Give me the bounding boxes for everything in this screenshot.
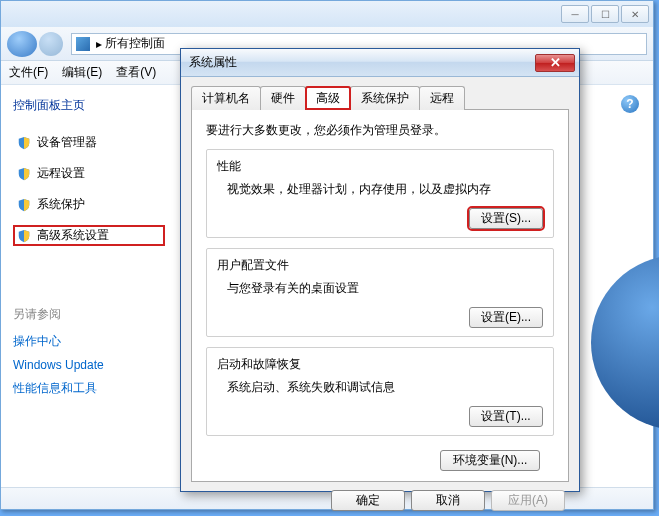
seealso-header: 另请参阅 — [13, 306, 165, 323]
performance-title: 性能 — [217, 158, 543, 175]
performance-group: 性能 视觉效果，处理器计划，内存使用，以及虚拟内存 设置(S)... — [206, 149, 554, 238]
environment-variables-button[interactable]: 环境变量(N)... — [440, 450, 540, 471]
startup-recovery-group: 启动和故障恢复 系统启动、系统失败和调试信息 设置(T)... — [206, 347, 554, 436]
sidebar-item-label: 设备管理器 — [37, 134, 97, 151]
admin-notice: 要进行大多数更改，您必须作为管理员登录。 — [206, 122, 554, 139]
shield-icon — [17, 198, 31, 212]
back-button[interactable] — [7, 31, 37, 57]
address-text: 所有控制面 — [105, 35, 165, 52]
sidebar-item-label: 系统保护 — [37, 196, 85, 213]
user-profile-settings-button[interactable]: 设置(E)... — [469, 307, 543, 328]
dialog-title: 系统属性 — [189, 54, 535, 71]
seealso-action-center[interactable]: 操作中心 — [13, 333, 165, 350]
tab-advanced[interactable]: 高级 — [305, 86, 351, 110]
shield-icon — [17, 136, 31, 150]
help-icon[interactable]: ? — [621, 95, 639, 113]
sidebar-item-label: 远程设置 — [37, 165, 85, 182]
sidebar-title[interactable]: 控制面板主页 — [13, 97, 165, 114]
startup-recovery-desc: 系统启动、系统失败和调试信息 — [227, 379, 543, 396]
tab-computer-name[interactable]: 计算机名 — [191, 86, 261, 110]
menu-view[interactable]: 查看(V) — [116, 64, 156, 81]
sidebar-item-advanced-system-settings[interactable]: 高级系统设置 — [13, 225, 165, 246]
maximize-button[interactable]: ☐ — [591, 5, 619, 23]
minimize-button[interactable]: ─ — [561, 5, 589, 23]
forward-button[interactable] — [39, 32, 63, 56]
cancel-button[interactable]: 取消 — [411, 490, 485, 511]
startup-recovery-title: 启动和故障恢复 — [217, 356, 543, 373]
performance-settings-button[interactable]: 设置(S)... — [469, 208, 543, 229]
dialog-close-button[interactable]: ✕ — [535, 54, 575, 72]
apply-button[interactable]: 应用(A) — [491, 490, 565, 511]
shield-icon — [17, 167, 31, 181]
control-panel-icon — [76, 37, 90, 51]
startup-recovery-settings-button[interactable]: 设置(T)... — [469, 406, 543, 427]
tab-hardware[interactable]: 硬件 — [260, 86, 306, 110]
sidebar: 控制面板主页 设备管理器 远程设置 系统保护 高级系统设置 另请参阅 操作中心 … — [1, 85, 165, 487]
sidebar-item-label: 高级系统设置 — [37, 227, 109, 244]
seealso-windows-update[interactable]: Windows Update — [13, 358, 165, 372]
system-properties-dialog: 系统属性 ✕ 计算机名 硬件 高级 系统保护 远程 要进行大多数更改，您必须作为… — [180, 48, 580, 492]
tab-panel-advanced: 要进行大多数更改，您必须作为管理员登录。 性能 视觉效果，处理器计划，内存使用，… — [191, 109, 569, 482]
dialog-buttons: 确定 取消 应用(A) — [191, 482, 569, 511]
shield-icon — [17, 229, 31, 243]
menu-file[interactable]: 文件(F) — [9, 64, 48, 81]
performance-desc: 视觉效果，处理器计划，内存使用，以及虚拟内存 — [227, 181, 543, 198]
sidebar-item-device-manager[interactable]: 设备管理器 — [13, 132, 165, 153]
user-profile-desc: 与您登录有关的桌面设置 — [227, 280, 543, 297]
tabs: 计算机名 硬件 高级 系统保护 远程 — [191, 86, 569, 110]
sidebar-item-remote-settings[interactable]: 远程设置 — [13, 163, 165, 184]
menu-edit[interactable]: 编辑(E) — [62, 64, 102, 81]
sidebar-item-system-protection[interactable]: 系统保护 — [13, 194, 165, 215]
explorer-titlebar: ─ ☐ ✕ — [1, 1, 653, 27]
close-button[interactable]: ✕ — [621, 5, 649, 23]
tab-system-protection[interactable]: 系统保护 — [350, 86, 420, 110]
ok-button[interactable]: 确定 — [331, 490, 405, 511]
tab-remote[interactable]: 远程 — [419, 86, 465, 110]
seealso-performance-info[interactable]: 性能信息和工具 — [13, 380, 165, 397]
system-orb-graphic — [591, 255, 659, 430]
user-profile-group: 用户配置文件 与您登录有关的桌面设置 设置(E)... — [206, 248, 554, 337]
dialog-titlebar[interactable]: 系统属性 ✕ — [181, 49, 579, 77]
user-profile-title: 用户配置文件 — [217, 257, 543, 274]
